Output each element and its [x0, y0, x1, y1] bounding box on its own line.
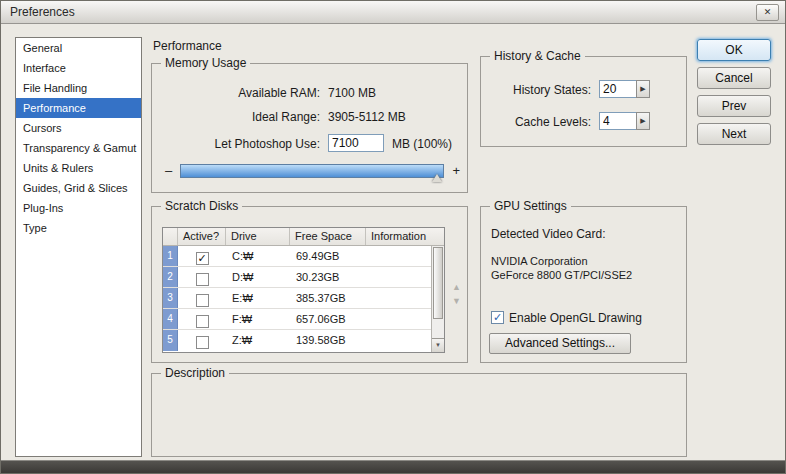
table-row[interactable]: 3 ✓ E:₩ 385.37GB	[163, 288, 444, 309]
scratch-disks-group: Scratch Disks Active? Drive Free Space I…	[151, 206, 468, 363]
move-down-icon[interactable]: ▼	[452, 297, 461, 306]
history-cache-group-label: History & Cache	[490, 49, 585, 63]
available-ram-value: 7100 MB	[328, 86, 376, 100]
slider-plus-label: +	[452, 163, 460, 178]
row-number: 3	[163, 288, 178, 308]
drive-cell: C:₩	[226, 246, 290, 266]
advanced-settings-button[interactable]: Advanced Settings...	[489, 333, 631, 354]
page-title: Performance	[153, 39, 222, 53]
table-row[interactable]: 4 ✓ F:₩ 657.06GB	[163, 309, 444, 330]
column-header-active[interactable]: Active?	[178, 228, 226, 245]
sidebar-item-type[interactable]: Type	[16, 218, 141, 238]
scrollbar-thumb[interactable]	[433, 247, 443, 319]
free-space-cell: 657.06GB	[290, 309, 366, 329]
gpu-vendor-text: NVIDIA Corporation	[491, 255, 588, 267]
table-row[interactable]: 5 ✓ Z:₩ 139.58GB	[163, 330, 444, 351]
sidebar-item-interface[interactable]: Interface	[16, 58, 141, 78]
slider-minus-label: –	[165, 163, 172, 178]
prev-button[interactable]: Prev	[697, 95, 771, 117]
let-photoshop-use-input[interactable]	[328, 134, 384, 152]
ok-button[interactable]: OK	[697, 39, 771, 61]
preferences-category-list: General Interface File Handling Performa…	[15, 37, 142, 457]
next-button[interactable]: Next	[697, 123, 771, 145]
gpu-settings-group-label: GPU Settings	[490, 199, 571, 213]
let-photoshop-use-suffix: MB (100%)	[392, 137, 452, 151]
history-states-popup-arrow-icon[interactable]: ▶	[636, 80, 650, 98]
gpu-settings-group: GPU Settings Detected Video Card: NVIDIA…	[480, 206, 687, 363]
drive-cell: E:₩	[226, 288, 290, 308]
ideal-range-label: Ideal Range:	[152, 110, 320, 124]
drive-cell: Z:₩	[226, 330, 290, 351]
drive-cell: D:₩	[226, 267, 290, 287]
sidebar-item-transparency-gamut[interactable]: Transparency & Gamut	[16, 138, 141, 158]
memory-slider-thumb[interactable]	[432, 174, 442, 182]
sidebar-item-file-handling[interactable]: File Handling	[16, 78, 141, 98]
row-number: 2	[163, 267, 178, 287]
column-header-drive[interactable]: Drive	[226, 228, 290, 245]
free-space-cell: 30.23GB	[290, 267, 366, 287]
free-space-cell: 139.58GB	[290, 330, 366, 351]
available-ram-label: Available RAM:	[152, 86, 320, 100]
close-icon[interactable]: ✕	[756, 4, 779, 21]
row-number: 5	[163, 330, 178, 351]
active-checkbox[interactable]: ✓	[196, 273, 209, 286]
sidebar-item-guides-grid-slices[interactable]: Guides, Grid & Slices	[16, 178, 141, 198]
scratch-table-header: Active? Drive Free Space Information	[163, 228, 444, 246]
scrollbar-down-icon[interactable]: ▼	[432, 338, 444, 352]
active-checkbox[interactable]: ✓	[196, 252, 209, 265]
drive-cell: F:₩	[226, 309, 290, 329]
window-bottom-frame	[1, 460, 785, 473]
sidebar-item-general[interactable]: General	[16, 38, 141, 58]
move-up-icon[interactable]: ▲	[452, 283, 461, 292]
active-cell: ✓	[178, 246, 226, 266]
cache-levels-popup-arrow-icon[interactable]: ▶	[636, 112, 650, 130]
memory-usage-group: Memory Usage Available RAM: 7100 MB Idea…	[151, 63, 468, 193]
let-photoshop-use-label: Let Photoshop Use:	[152, 137, 320, 151]
scratch-disks-table: Active? Drive Free Space Information 1 ✓…	[162, 227, 445, 353]
preferences-dialog: Preferences ✕ General Interface File Han…	[0, 0, 786, 474]
free-space-cell: 69.49GB	[290, 246, 366, 266]
enable-opengl-label: Enable OpenGL Drawing	[509, 311, 642, 325]
active-checkbox[interactable]: ✓	[196, 315, 209, 328]
history-states-input[interactable]	[599, 80, 637, 98]
cache-levels-label: Cache Levels:	[481, 115, 591, 129]
memory-slider-track[interactable]	[180, 164, 444, 178]
sidebar-item-cursors[interactable]: Cursors	[16, 118, 141, 138]
column-header-free-space[interactable]: Free Space	[290, 228, 366, 245]
active-cell: ✓	[178, 267, 226, 287]
memory-usage-group-label: Memory Usage	[161, 56, 250, 70]
history-states-label: History States:	[481, 83, 591, 97]
column-header-blank	[163, 228, 178, 245]
row-number: 4	[163, 309, 178, 329]
history-cache-group: History & Cache History States: ▶ Cache …	[480, 56, 687, 147]
active-cell: ✓	[178, 309, 226, 329]
table-row[interactable]: 2 ✓ D:₩ 30.23GB	[163, 267, 444, 288]
detected-video-card-label: Detected Video Card:	[491, 227, 606, 241]
sidebar-item-performance[interactable]: Performance	[16, 98, 141, 118]
active-cell: ✓	[178, 288, 226, 308]
active-cell: ✓	[178, 330, 226, 351]
description-group: Description	[151, 373, 687, 457]
active-checkbox[interactable]: ✓	[196, 294, 209, 307]
title-bar[interactable]: Preferences ✕	[1, 1, 785, 24]
ideal-range-value: 3905-5112 MB	[328, 110, 406, 124]
enable-opengl-checkbox[interactable]: ✓	[491, 311, 504, 324]
description-group-label: Description	[161, 366, 229, 380]
scratch-disks-group-label: Scratch Disks	[161, 199, 242, 213]
active-checkbox[interactable]: ✓	[196, 336, 209, 349]
free-space-cell: 385.37GB	[290, 288, 366, 308]
cancel-button[interactable]: Cancel	[697, 67, 771, 89]
table-row[interactable]: 1 ✓ C:₩ 69.49GB	[163, 246, 444, 267]
table-scrollbar[interactable]: ▼	[431, 246, 444, 352]
row-number: 1	[163, 246, 178, 266]
sidebar-item-plug-ins[interactable]: Plug-Ins	[16, 198, 141, 218]
cache-levels-input[interactable]	[599, 112, 637, 130]
gpu-card-text: GeForce 8800 GT/PCI/SSE2	[491, 269, 632, 281]
column-header-information[interactable]: Information	[366, 228, 444, 245]
window-title: Preferences	[10, 1, 75, 23]
sidebar-item-units-rulers[interactable]: Units & Rulers	[16, 158, 141, 178]
